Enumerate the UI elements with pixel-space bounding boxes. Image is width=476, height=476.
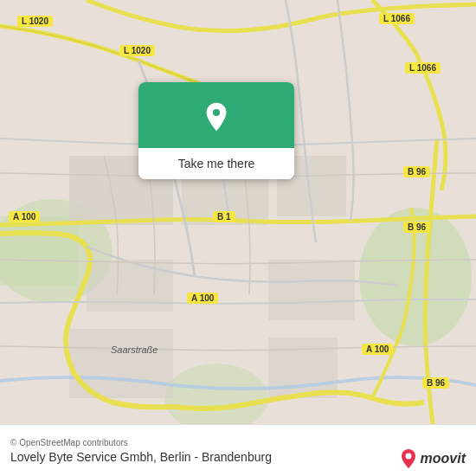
svg-rect-8 — [87, 260, 173, 312]
take-me-there-button[interactable]: Take me there — [138, 148, 294, 179]
road-label-b96-3: B 96 — [422, 377, 449, 389]
road-label-b96-1: B 96 — [403, 166, 430, 177]
moovit-brand-text: moovit — [421, 451, 466, 466]
location-card: Take me there — [138, 82, 294, 179]
svg-point-13 — [405, 453, 411, 460]
svg-point-12 — [213, 109, 220, 116]
svg-rect-9 — [268, 260, 355, 320]
location-title: Lovely Byte Service Gmbh, Berlin - Brand… — [10, 450, 466, 464]
road-label-b1: B 1 — [213, 211, 235, 222]
moovit-logo: moovit — [400, 448, 466, 469]
moovit-pin-icon — [400, 448, 417, 469]
copyright-text: © OpenStreetMap contributors — [10, 438, 466, 447]
card-header — [138, 82, 294, 148]
map-view: L 1020 L 1020 L 1066 L 1066 B 96 B 96 B … — [0, 0, 476, 424]
bottom-bar: © OpenStreetMap contributors Lovely Byte… — [0, 424, 476, 476]
road-label-l1020-top: L 1020 — [17, 16, 53, 27]
road-label-a100-3: A 100 — [362, 344, 393, 355]
location-pin-icon — [201, 101, 232, 132]
road-label-b96-2: B 96 — [403, 222, 430, 233]
road-label-l1020-mid: L 1020 — [119, 45, 155, 56]
road-label-a100-1: A 100 — [9, 211, 40, 222]
road-label-a100-2: A 100 — [187, 293, 218, 304]
road-label-l1066-2: L 1066 — [405, 62, 441, 74]
road-label-l1066-1: L 1066 — [379, 13, 415, 24]
place-label-saarstrasse: Saarstraße — [111, 344, 158, 355]
